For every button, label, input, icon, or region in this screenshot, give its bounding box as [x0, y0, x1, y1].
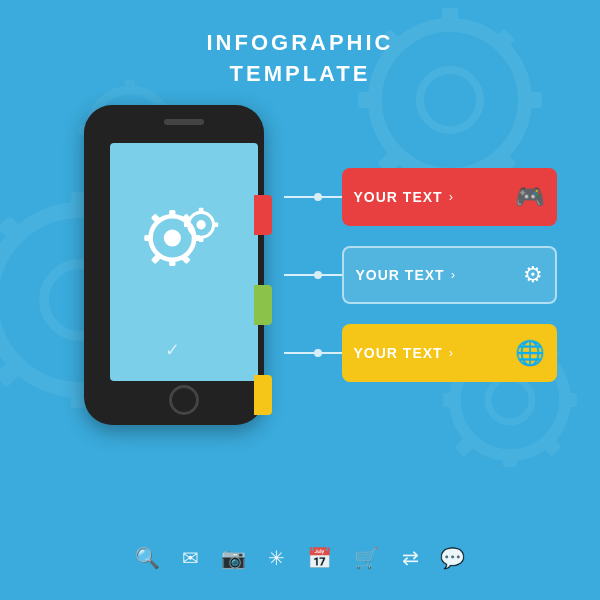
card-1-label: YOUR TEXT: [354, 189, 443, 205]
chat-icon[interactable]: 💬: [440, 546, 465, 570]
card-3-text-area: YOUR TEXT ›: [354, 345, 453, 361]
title-section: INFOGRAPHIC TEMPLATE: [0, 0, 600, 90]
card-2-text-area: YOUR TEXT ›: [356, 267, 455, 283]
dot-2: [314, 271, 322, 279]
svg-rect-51: [184, 222, 189, 227]
dot-1: [314, 193, 322, 201]
screen-gear-graphic: [134, 203, 234, 273]
svg-rect-49: [198, 236, 203, 241]
line-1: [284, 196, 314, 198]
phone-tab-red: [254, 195, 272, 235]
connector-3: [284, 349, 342, 357]
info-card-3[interactable]: YOUR TEXT › 🌐: [342, 324, 557, 382]
phone: ✓: [74, 105, 274, 445]
card-2-arrow: ›: [451, 267, 455, 282]
gamepad-icon: 🎮: [515, 183, 545, 211]
connector-1: [284, 193, 342, 201]
phone-tabs: [254, 195, 272, 415]
search-icon[interactable]: 🔍: [135, 546, 160, 570]
camera-icon[interactable]: 📷: [221, 546, 246, 570]
cart-icon[interactable]: 🛒: [354, 546, 379, 570]
svg-point-37: [163, 229, 180, 246]
card-3-arrow: ›: [449, 345, 453, 360]
svg-rect-48: [198, 207, 203, 212]
phone-tab-green: [254, 285, 272, 325]
sun-icon[interactable]: ✳: [268, 546, 285, 570]
card-2-label: YOUR TEXT: [356, 267, 445, 283]
svg-rect-38: [169, 210, 175, 218]
phone-speaker: [164, 119, 204, 125]
globe-icon: 🌐: [515, 339, 545, 367]
info-card-2[interactable]: YOUR TEXT › ⚙: [342, 246, 557, 304]
calendar-icon[interactable]: 📅: [307, 546, 332, 570]
line-3b: [322, 352, 342, 354]
svg-rect-39: [169, 258, 175, 266]
card-1-arrow: ›: [449, 189, 453, 204]
svg-point-47: [196, 220, 205, 229]
share-icon[interactable]: ⇅: [398, 550, 422, 567]
phone-tab-yellow: [254, 375, 272, 415]
svg-rect-50: [212, 222, 217, 227]
card-row-3: YOUR TEXT › 🌐: [284, 324, 557, 382]
card-3-label: YOUR TEXT: [354, 345, 443, 361]
line-2b: [322, 274, 342, 276]
svg-rect-23: [503, 451, 517, 467]
settings-icon: ⚙: [523, 262, 543, 288]
main-layout: ✓ YOUR TEXT › 🎮: [0, 105, 600, 445]
page-title: INFOGRAPHIC TEMPLATE: [0, 28, 600, 90]
mail-icon[interactable]: ✉: [182, 546, 199, 570]
line-3: [284, 352, 314, 354]
dot-3: [314, 349, 322, 357]
card-row-2: YOUR TEXT › ⚙: [284, 246, 557, 304]
phone-home-button: [169, 385, 199, 415]
phone-screen: ✓: [110, 143, 258, 381]
cards-section: YOUR TEXT › 🎮 YOUR TEXT › ⚙: [284, 168, 557, 382]
connector-2: [284, 271, 342, 279]
bottom-icons-bar: 🔍 ✉ 📷 ✳ 📅 🛒 ⇅ 💬: [0, 546, 600, 570]
line-2: [284, 274, 314, 276]
info-card-1[interactable]: YOUR TEXT › 🎮: [342, 168, 557, 226]
card-row-1: YOUR TEXT › 🎮: [284, 168, 557, 226]
checkmark-icon: ✓: [165, 339, 180, 361]
phone-body: ✓: [84, 105, 264, 425]
svg-rect-41: [144, 235, 152, 241]
card-1-text-area: YOUR TEXT ›: [354, 189, 453, 205]
line-1b: [322, 196, 342, 198]
